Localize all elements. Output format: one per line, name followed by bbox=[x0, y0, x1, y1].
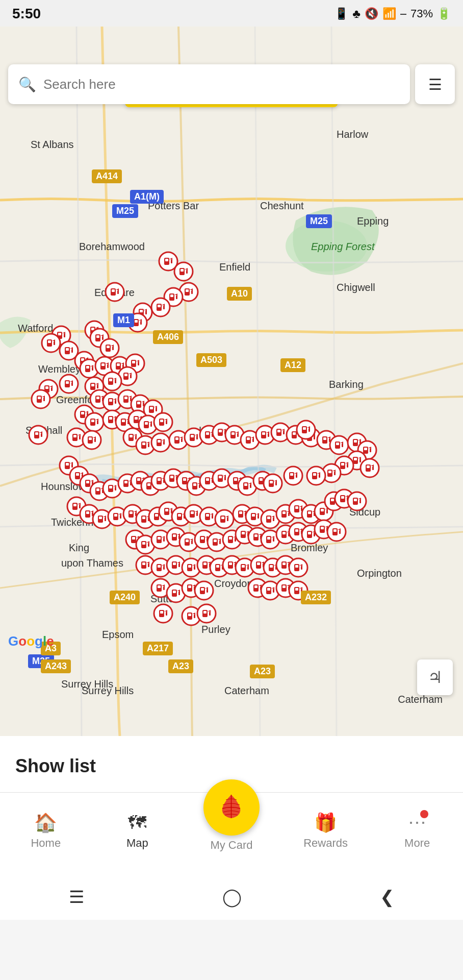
svg-rect-615 bbox=[173, 562, 176, 565]
fuel-marker[interactable] bbox=[329, 435, 349, 455]
svg-rect-200 bbox=[89, 437, 92, 440]
search-wrapper[interactable]: 🔍 bbox=[8, 64, 410, 104]
fuel-marker[interactable] bbox=[31, 389, 51, 409]
fuel-marker[interactable] bbox=[105, 282, 125, 302]
svg-rect-706 bbox=[166, 612, 167, 616]
location-button[interactable]: ♃ bbox=[417, 659, 453, 695]
svg-rect-655 bbox=[282, 562, 286, 565]
recents-button[interactable]: ☰ bbox=[69, 887, 84, 907]
svg-rect-150 bbox=[150, 407, 153, 409]
svg-rect-705 bbox=[160, 611, 163, 614]
fuel-marker[interactable] bbox=[41, 333, 61, 353]
svg-rect-665 bbox=[158, 585, 161, 588]
fuel-marker[interactable] bbox=[150, 297, 171, 317]
svg-rect-140 bbox=[124, 397, 127, 399]
svg-rect-421 bbox=[105, 518, 106, 521]
filter-button[interactable]: ☰ bbox=[415, 64, 455, 104]
svg-rect-645 bbox=[257, 562, 260, 565]
home-button[interactable]: ◯ bbox=[222, 887, 242, 907]
place-label: Caterham bbox=[224, 685, 269, 697]
status-icons: 📱 ♣ 🔇 📶 ⎼ 73% 🔋 bbox=[335, 7, 451, 21]
svg-rect-555 bbox=[214, 540, 217, 542]
svg-rect-700 bbox=[295, 588, 298, 591]
svg-rect-495 bbox=[308, 511, 311, 514]
fuel-marker[interactable] bbox=[288, 557, 308, 578]
fuel-marker[interactable] bbox=[214, 509, 235, 529]
svg-rect-216 bbox=[163, 441, 165, 445]
svg-rect-165 bbox=[109, 417, 112, 420]
svg-rect-111 bbox=[97, 385, 98, 388]
svg-rect-480 bbox=[267, 517, 270, 519]
svg-rect-510 bbox=[341, 496, 344, 499]
bluetooth-status: ♣ bbox=[352, 7, 361, 21]
svg-rect-210 bbox=[142, 443, 145, 445]
svg-rect-536 bbox=[163, 538, 165, 542]
svg-rect-530 bbox=[142, 542, 145, 545]
fuel-marker[interactable] bbox=[283, 465, 303, 486]
fuel-marker[interactable] bbox=[150, 432, 171, 453]
fuel-marker[interactable] bbox=[194, 580, 214, 601]
nav-mycard[interactable]: My Card bbox=[203, 779, 260, 852]
fuel-marker[interactable] bbox=[82, 430, 102, 450]
fuel-marker[interactable] bbox=[99, 338, 120, 358]
svg-rect-460 bbox=[206, 514, 209, 517]
fuel-marker[interactable] bbox=[102, 371, 122, 391]
svg-rect-106 bbox=[115, 380, 116, 383]
svg-rect-235 bbox=[219, 430, 222, 432]
filter-icon: ☰ bbox=[428, 76, 442, 93]
svg-rect-535 bbox=[158, 537, 161, 540]
svg-rect-125 bbox=[38, 397, 41, 399]
map-container[interactable]: 🔍 ☰ Show stations in this area St Albans… bbox=[0, 27, 463, 736]
svg-rect-385 bbox=[244, 483, 247, 486]
svg-rect-695 bbox=[282, 585, 286, 588]
search-input[interactable] bbox=[43, 77, 400, 92]
nav-map[interactable]: 🗺 Map bbox=[112, 812, 163, 850]
svg-rect-610 bbox=[158, 565, 161, 568]
svg-rect-711 bbox=[194, 615, 195, 618]
fuel-marker[interactable] bbox=[359, 458, 380, 478]
svg-rect-545 bbox=[186, 540, 189, 542]
road-label: M25 bbox=[112, 204, 138, 218]
svg-rect-135 bbox=[109, 399, 112, 402]
nav-more[interactable]: ⋯ More bbox=[392, 812, 443, 850]
nav-home[interactable]: 🏠 Home bbox=[20, 812, 71, 850]
place-label: Cheshunt bbox=[260, 200, 304, 212]
svg-rect-221 bbox=[181, 438, 183, 442]
fuel-marker[interactable] bbox=[28, 425, 48, 445]
svg-rect-641 bbox=[247, 566, 249, 570]
svg-rect-191 bbox=[41, 433, 42, 437]
svg-rect-100 bbox=[124, 374, 127, 376]
svg-rect-201 bbox=[94, 438, 96, 442]
fuel-marker[interactable] bbox=[196, 603, 217, 624]
fuel-marker[interactable] bbox=[296, 420, 316, 440]
fuel-marker[interactable] bbox=[84, 412, 105, 432]
svg-rect-81 bbox=[92, 367, 93, 371]
nav-rewards-label: Rewards bbox=[303, 837, 348, 850]
system-nav-bar: ☰ ◯ ❮ bbox=[0, 874, 463, 920]
svg-rect-185 bbox=[160, 420, 163, 422]
svg-rect-435 bbox=[142, 517, 145, 519]
shell-circle bbox=[203, 779, 260, 836]
fuel-marker[interactable] bbox=[306, 465, 326, 486]
fuel-marker[interactable] bbox=[326, 522, 347, 542]
svg-rect-485 bbox=[282, 511, 286, 514]
place-label: Borehamwood bbox=[79, 241, 145, 253]
fuel-marker[interactable] bbox=[153, 412, 173, 432]
svg-rect-370 bbox=[206, 478, 209, 481]
svg-rect-96 bbox=[138, 362, 139, 365]
fuel-marker[interactable] bbox=[153, 603, 173, 624]
nav-rewards[interactable]: 🎁 Rewards bbox=[300, 812, 351, 850]
svg-rect-40 bbox=[135, 320, 138, 323]
battery-icon: 🔋 bbox=[437, 7, 451, 20]
fuel-marker[interactable] bbox=[59, 374, 79, 394]
svg-rect-16 bbox=[191, 290, 193, 294]
svg-rect-601 bbox=[339, 530, 341, 534]
svg-rect-475 bbox=[252, 514, 255, 517]
back-button[interactable]: ❮ bbox=[380, 887, 394, 907]
svg-rect-220 bbox=[175, 437, 178, 440]
fuel-marker[interactable] bbox=[173, 261, 194, 282]
fuel-marker[interactable] bbox=[263, 473, 283, 494]
road-label: A23 bbox=[250, 665, 275, 678]
svg-rect-31 bbox=[117, 290, 119, 294]
fuel-marker[interactable] bbox=[347, 491, 367, 511]
